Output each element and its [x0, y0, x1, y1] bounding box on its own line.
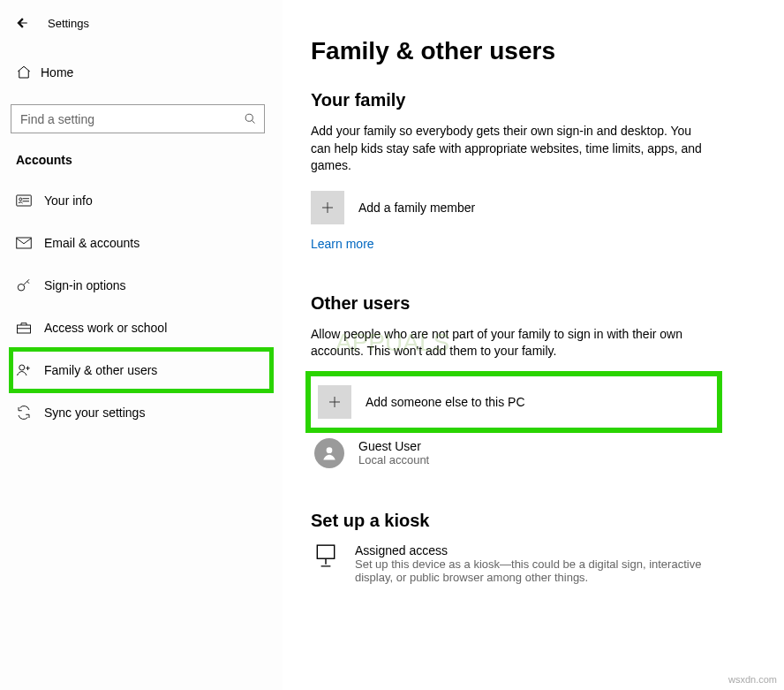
- assigned-access-button[interactable]: Assigned access Set up this device as a …: [311, 543, 749, 584]
- other-users-heading: Other users: [311, 293, 749, 314]
- home-nav[interactable]: Home: [11, 55, 272, 90]
- svg-point-2: [19, 198, 22, 201]
- svg-rect-1: [17, 195, 32, 206]
- sidebar-item-family[interactable]: Family & other users: [11, 349, 272, 391]
- id-card-icon: [16, 194, 44, 207]
- avatar: [314, 438, 344, 468]
- svg-rect-5: [18, 325, 31, 333]
- sidebar-item-label: Your info: [44, 193, 93, 208]
- svg-rect-8: [317, 545, 334, 558]
- home-icon: [16, 64, 41, 80]
- sidebar-item-label: Access work or school: [44, 321, 167, 335]
- sidebar-item-signin[interactable]: Sign-in options: [11, 264, 272, 307]
- family-description: Add your family so everybody gets their …: [311, 123, 708, 175]
- sidebar-item-email[interactable]: Email & accounts: [11, 222, 272, 264]
- other-users-description: Allow people who are not part of your fa…: [311, 326, 708, 360]
- people-add-icon: [16, 362, 44, 378]
- sidebar-item-sync[interactable]: Sync your settings: [11, 391, 272, 434]
- svg-point-6: [19, 365, 25, 370]
- add-someone-label: Add someone else to this PC: [366, 395, 525, 409]
- sidebar: Settings Home Accounts: [0, 0, 283, 690]
- key-icon: [16, 277, 44, 293]
- page-title: Family & other users: [311, 37, 749, 65]
- mail-icon: [16, 237, 44, 249]
- kiosk-icon: [311, 543, 341, 584]
- sidebar-item-work-school[interactable]: Access work or school: [11, 307, 272, 349]
- plus-icon: [318, 385, 351, 419]
- sidebar-item-label: Sign-in options: [44, 278, 126, 292]
- svg-rect-3: [17, 238, 32, 248]
- add-family-member-button[interactable]: Add a family member: [311, 191, 749, 224]
- guest-user-row[interactable]: Guest User Local account: [311, 433, 749, 474]
- home-label: Home: [41, 65, 73, 80]
- search-icon: [244, 112, 257, 125]
- sidebar-item-your-info[interactable]: Your info: [11, 179, 272, 222]
- search-input[interactable]: [19, 111, 230, 127]
- search-box[interactable]: [11, 104, 265, 133]
- source-mark: wsxdn.com: [728, 674, 777, 685]
- add-family-label: Add a family member: [358, 201, 475, 215]
- sidebar-item-label: Family & other users: [44, 363, 157, 377]
- section-accounts: Accounts: [16, 153, 272, 167]
- main-content: Family & other users Your family Add you…: [283, 0, 784, 690]
- guest-user-name: Guest User: [358, 439, 429, 453]
- learn-more-link[interactable]: Learn more: [311, 237, 374, 251]
- plus-icon: [311, 191, 344, 224]
- sidebar-item-label: Email & accounts: [44, 236, 139, 250]
- app-title: Settings: [48, 17, 89, 30]
- back-button[interactable]: [11, 12, 32, 34]
- sidebar-item-label: Sync your settings: [44, 406, 145, 420]
- kiosk-heading: Set up a kiosk: [311, 511, 749, 531]
- briefcase-icon: [16, 321, 44, 335]
- svg-point-7: [327, 447, 333, 453]
- guest-user-type: Local account: [358, 453, 429, 466]
- sync-icon: [16, 405, 44, 421]
- back-arrow-icon: [13, 15, 29, 31]
- assigned-access-description: Set up this device as a kiosk—this could…: [355, 557, 708, 584]
- assigned-access-title: Assigned access: [355, 543, 708, 557]
- person-icon: [320, 444, 338, 462]
- family-heading: Your family: [311, 90, 749, 110]
- svg-point-4: [18, 284, 25, 292]
- add-someone-else-button[interactable]: Add someone else to this PC: [311, 376, 717, 428]
- svg-point-0: [245, 114, 253, 121]
